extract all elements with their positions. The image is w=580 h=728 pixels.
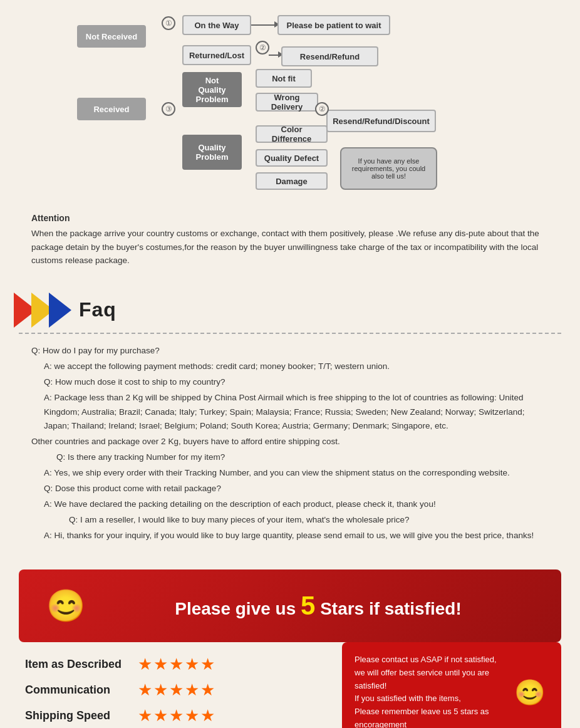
stars-label-2: Shipping Speed xyxy=(25,709,138,722)
color-difference-box: Color Difference xyxy=(256,125,328,143)
star-10: ★ xyxy=(200,680,215,700)
stars-left: Item as Described ★ ★ ★ ★ ★ Communicatio… xyxy=(19,642,329,728)
star-9: ★ xyxy=(185,680,199,700)
stars-label-1: Communication xyxy=(25,684,138,697)
returned-lost-box: Returned/Lost xyxy=(182,45,251,65)
damage-box: Damage xyxy=(256,172,328,190)
not-quality-problem-box: Not Quality Problem xyxy=(182,72,242,107)
faq-a4: A: We have declared the packing detailin… xyxy=(31,497,549,512)
quality-defect-box: Quality Defect xyxy=(256,149,328,167)
banner-emoji: 😊 xyxy=(38,581,94,631)
arrow-blue-icon xyxy=(49,293,71,328)
faq-a2: A: Package less than 2 Kg will be shippe… xyxy=(31,391,549,434)
star-13: ★ xyxy=(169,706,184,725)
faq-arrows-icon xyxy=(19,293,71,328)
stars-row-2: Shipping Speed ★ ★ ★ ★ ★ xyxy=(25,706,323,725)
star-2: ★ xyxy=(153,655,168,674)
faq-header: Faq xyxy=(0,280,580,328)
stars-label-0: Item as Described xyxy=(25,658,138,671)
faq-q1: Q: How do I pay for my purchase? xyxy=(31,344,549,358)
wrong-delivery-box: Wrong Delivery xyxy=(256,93,318,112)
attention-text: When the package arrive your country cus… xyxy=(31,227,549,268)
circle-1: ① xyxy=(162,16,175,30)
stars-row-0: Item as Described ★ ★ ★ ★ ★ xyxy=(25,655,323,674)
star-8: ★ xyxy=(169,680,184,700)
faq-title: Faq xyxy=(79,298,117,321)
please-wait-box: Please be patient to wait xyxy=(277,15,390,35)
banner-text: Please give us 5 Stars if satisfied! xyxy=(94,591,542,621)
quality-problem-box: Quality Problem xyxy=(182,135,242,170)
faq-q2: Q: How much dose it cost to ship to my c… xyxy=(31,375,549,390)
faq-extra: Other countries and package over 2 Kg, b… xyxy=(31,435,549,449)
not-received-box: Not Received xyxy=(77,25,146,48)
star-7: ★ xyxy=(153,680,168,700)
attention-title: Attention xyxy=(31,213,549,223)
attention-section: Attention When the package arrive your c… xyxy=(0,207,580,280)
stars-row-1: Communication ★ ★ ★ ★ ★ xyxy=(25,680,323,700)
star-6: ★ xyxy=(138,680,152,700)
faq-q3: Q: Is there any tracking Number for my i… xyxy=(31,450,549,465)
star-14: ★ xyxy=(185,706,199,725)
resend-refund-discount-box: Resend/Refund/Discount xyxy=(326,110,436,132)
on-the-way-box: On the Way xyxy=(182,15,251,35)
star-5: ★ xyxy=(200,655,215,674)
star-1: ★ xyxy=(138,655,152,674)
star-15: ★ xyxy=(200,706,215,725)
faq-content: Q: How do I pay for my purchase? A: we a… xyxy=(0,344,580,557)
star-4: ★ xyxy=(185,655,199,674)
flowchart-container: Not Received ① On the Way Please be pati… xyxy=(71,13,509,200)
faq-q4: Q: Dose this product come with retail pa… xyxy=(31,482,549,496)
stars-right-text: Please contact us ASAP if not satisfied,… xyxy=(355,653,505,728)
faq-a3: A: Yes, we ship every order with their T… xyxy=(31,466,549,481)
star-12: ★ xyxy=(153,706,168,725)
flowchart-section: Not Received ① On the Way Please be pati… xyxy=(0,0,580,207)
circle-2b: ② xyxy=(315,102,329,116)
faq-q5: Q: I am a reseller, I would like to buy … xyxy=(31,513,549,528)
faq-divider xyxy=(19,333,561,334)
received-box: Received xyxy=(77,98,146,120)
arrow-h1 xyxy=(251,24,276,26)
faq-a5: A: Hi, thanks for your inquiry, if you w… xyxy=(31,529,549,543)
smiley-icon: 😊 xyxy=(511,678,549,707)
resend-refund-box: Resend/Refund xyxy=(281,46,378,66)
circle-3: ③ xyxy=(162,102,175,116)
stars-banner: 😊 Please give us 5 Stars if satisfied! xyxy=(19,569,561,642)
circle-2a: ② xyxy=(256,41,269,55)
not-fit-box: Not fit xyxy=(256,69,312,88)
star-11: ★ xyxy=(138,706,152,725)
stars-right-box: Please contact us ASAP if not satisfied,… xyxy=(342,642,561,728)
star-3: ★ xyxy=(169,655,184,674)
stars-section: Item as Described ★ ★ ★ ★ ★ Communicatio… xyxy=(19,642,561,728)
speech-bubble: If you have any else requirements, you c… xyxy=(340,147,437,190)
faq-a1: A: we accept the following payment metho… xyxy=(31,360,549,374)
